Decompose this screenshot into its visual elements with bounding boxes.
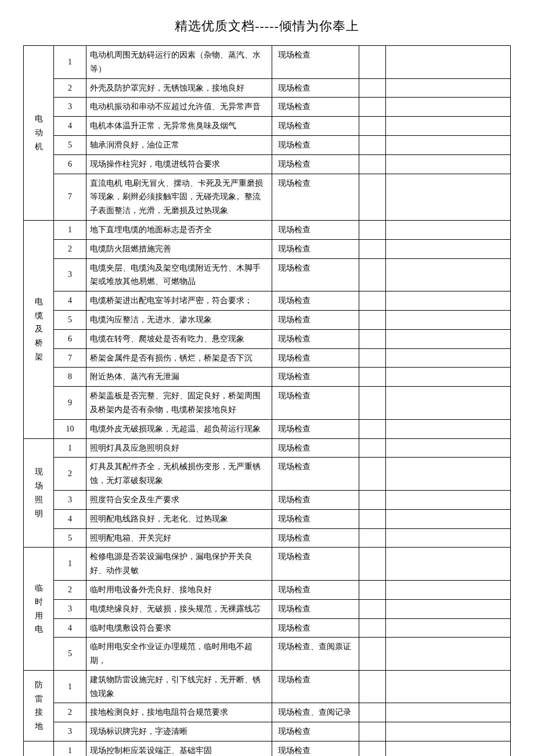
table-row: 10电缆外皮无破损现象，无超温、超负荷运行现象现场检查 (24, 419, 511, 438)
fail-cell (386, 419, 511, 438)
check-method: 现场检查 (272, 599, 359, 618)
check-method: 现场检查、查阅票证 (272, 638, 359, 671)
pass-cell (359, 618, 386, 638)
table-row: 2接地检测良好，接地电阻符合规范要求现场检查、查阅记录 (24, 703, 511, 722)
fail-cell (386, 599, 511, 618)
table-row: 7桥架金属件是否有损伤，锈烂，桥架是否下沉现场检查 (24, 348, 511, 368)
check-content: 现场控制柜应装设端正、基础牢固 (86, 741, 272, 756)
check-method: 现场检查 (272, 154, 359, 174)
fail-cell (386, 638, 511, 671)
pass-cell (359, 722, 386, 741)
row-number: 2 (54, 580, 86, 599)
fail-cell (386, 368, 511, 387)
check-content: 电动机周围无妨碍运行的因素（杂物、蒸汽、水等） (86, 46, 272, 79)
table-row: 现场照明1照明灯具及应急照明良好现场检查 (24, 438, 511, 458)
check-content: 临时用电设备外壳良好、接地良好 (86, 580, 272, 599)
pass-cell (359, 135, 386, 154)
check-method: 现场检查 (272, 310, 359, 329)
fail-cell (386, 618, 511, 638)
fail-cell (386, 741, 511, 756)
check-method: 现场检查、查阅记录 (272, 703, 359, 722)
fail-cell (386, 670, 511, 703)
table-row: 4照明配电线路良好，无老化、过热现象现场检查 (24, 509, 511, 528)
table-row: 2外壳及防护罩完好，无锈蚀现象，接地良好现场检查 (24, 78, 511, 98)
project-cell: 临时用电 (24, 548, 54, 671)
pass-cell (359, 509, 386, 528)
check-method: 现场检查 (272, 387, 359, 420)
check-content: 照度符合安全及生产要求 (86, 490, 272, 509)
row-number: 4 (54, 291, 86, 311)
check-method: 现场检查 (272, 509, 359, 528)
row-number: 1 (54, 220, 86, 239)
table-row: 2灯具及其配件齐全，无机械损伤变形，无严重锈蚀，无灯罩破裂现象现场检查 (24, 458, 511, 491)
pass-cell (359, 117, 386, 136)
pass-cell (359, 419, 386, 438)
table-row: 5轴承润滑良好，油位正常现场检查 (24, 135, 511, 154)
project-cell: 电缆及桥架 (24, 220, 54, 438)
row-number: 3 (54, 490, 86, 509)
row-number: 10 (54, 419, 86, 438)
pass-cell (359, 258, 386, 291)
table-row: 4临时电缆敷设符合要求现场检查 (24, 618, 511, 638)
check-method: 现场检查 (272, 670, 359, 703)
check-method: 现场检查 (272, 438, 359, 458)
check-method: 现场检查 (272, 618, 359, 638)
check-content: 直流电机 电刷无冒火、摆动、卡死及无严重磨损等现象，刷辫必须接触牢固，无碰壳现象… (86, 174, 272, 220)
check-content: 电缆外皮无破损现象，无超温、超负荷运行现象 (86, 419, 272, 438)
project-cell: 现场控制柜 (24, 741, 54, 756)
check-content: 桥架金属件是否有损伤，锈烂，桥架是否下沉 (86, 348, 272, 368)
check-method: 现场检查 (272, 174, 359, 220)
table-row: 3现场标识牌完好，字迹清晰现场检查 (24, 722, 511, 741)
row-number: 3 (54, 258, 86, 291)
row-number: 4 (54, 117, 86, 136)
check-method: 现场检查 (272, 348, 359, 368)
fail-cell (386, 46, 511, 79)
pass-cell (359, 741, 386, 756)
row-number: 2 (54, 239, 86, 258)
table-row: 4电缆桥架进出配电室等封堵严密，符合要求；现场检查 (24, 291, 511, 311)
fail-cell (386, 174, 511, 220)
fail-cell (386, 548, 511, 581)
row-number: 8 (54, 368, 86, 387)
pass-cell (359, 638, 386, 671)
table-row: 3电缆夹层、电缆沟及架空电缆附近无竹、木脚手架或堆放其他易燃、可燃物品现场检查 (24, 258, 511, 291)
check-content: 现场标识牌完好，字迹清晰 (86, 722, 272, 741)
check-content: 轴承润滑良好，油位正常 (86, 135, 272, 154)
pass-cell (359, 154, 386, 174)
row-number: 4 (54, 509, 86, 528)
project-cell: 电动机 (24, 46, 54, 221)
fail-cell (386, 117, 511, 136)
pass-cell (359, 348, 386, 368)
fail-cell (386, 239, 511, 258)
fail-cell (386, 703, 511, 722)
fail-cell (386, 78, 511, 98)
pass-cell (359, 310, 386, 329)
check-method: 现场检查 (272, 117, 359, 136)
table-row: 2临时用电设备外壳良好、接地良好现场检查 (24, 580, 511, 599)
check-content: 电缆防火阻燃措施完善 (86, 239, 272, 258)
pass-cell (359, 458, 386, 491)
check-content: 桥架盖板是否完整、完好、固定良好，桥架周围及桥架内是否有杂物，电缆桥架接地良好 (86, 387, 272, 420)
check-method: 现场检查 (272, 368, 359, 387)
table-row: 6现场操作柱完好，电缆进线符合要求现场检查 (24, 154, 511, 174)
table-row: 9桥架盖板是否完整、完好、固定良好，桥架周围及桥架内是否有杂物，电缆桥架接地良好… (24, 387, 511, 420)
check-method: 现场检查 (272, 548, 359, 581)
table-row: 3照度符合安全及生产要求现场检查 (24, 490, 511, 509)
fail-cell (386, 387, 511, 420)
row-number: 5 (54, 135, 86, 154)
check-content: 附近热体、蒸汽有无泄漏 (86, 368, 272, 387)
row-number: 7 (54, 174, 86, 220)
row-number: 7 (54, 348, 86, 368)
pass-cell (359, 174, 386, 220)
row-number: 1 (54, 46, 86, 79)
check-method: 现场检查 (272, 239, 359, 258)
check-content: 照明灯具及应急照明良好 (86, 438, 272, 458)
fail-cell (386, 291, 511, 311)
check-method: 现场检查 (272, 722, 359, 741)
check-content: 电机本体温升正常，无异常焦臭味及烟气 (86, 117, 272, 136)
pass-cell (359, 220, 386, 239)
row-number: 3 (54, 98, 86, 117)
pass-cell (359, 438, 386, 458)
row-number: 5 (54, 528, 86, 548)
fail-cell (386, 722, 511, 741)
